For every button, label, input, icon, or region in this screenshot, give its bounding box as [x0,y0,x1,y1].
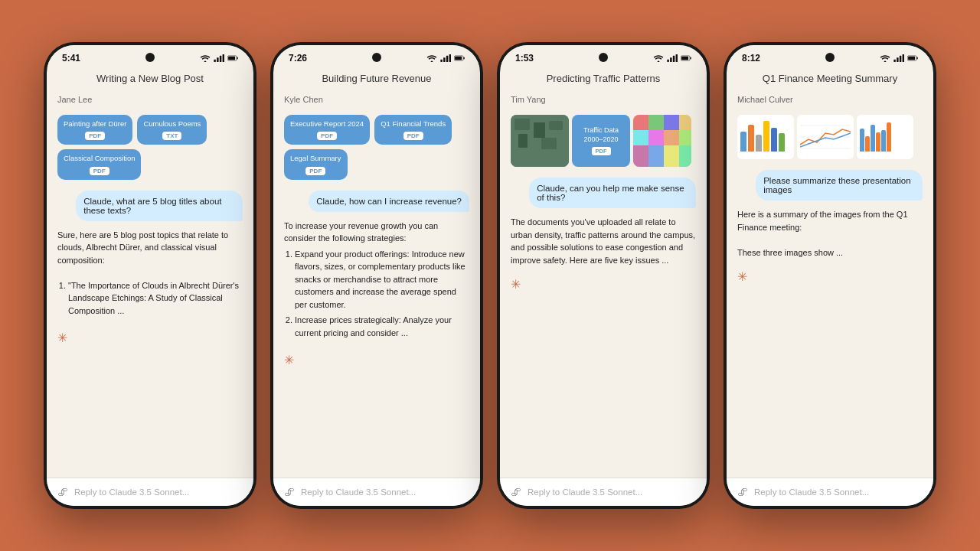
user-bubble-1: Claude, what are 5 blog titles about the… [76,191,243,221]
phone-4: 8:12 Q1 Finance Meeting Summary Michael … [724,42,936,509]
wifi-icon-1 [200,54,211,62]
status-icons-4 [880,54,918,62]
svg-rect-16 [673,56,675,62]
input-text-4[interactable]: Reply to Claude 3.5 Sonnet... [754,487,869,497]
chat-title-1: Writing a New Blog Post [57,71,243,87]
ai-response-2: To increase your revenue growth you can … [284,220,469,343]
svg-rect-2 [220,56,222,62]
svg-rect-31 [664,115,679,130]
svg-rect-23 [534,122,545,138]
svg-rect-3 [223,54,224,62]
chat-area-4: Q1 Finance Meeting Summary Michael Culve… [727,67,933,478]
battery-icon-1 [227,54,238,62]
status-icons-1 [200,54,238,62]
input-bar-3[interactable]: 🖇 Reply to Claude 3.5 Sonnet... [500,478,707,506]
user-name-3: Tim Yang [511,95,696,104]
svg-rect-6 [228,57,235,60]
signal-icon-2 [440,54,451,62]
chat-title-4: Q1 Finance Meeting Summary [737,71,923,87]
aerial-city-image [511,115,569,167]
ai-response-4: Here is a summary of the images from the… [737,208,923,259]
user-bubble-2: Claude, how can I increase revenue? [309,191,469,212]
file-card-1-0[interactable]: Painting after Dürer PDF [57,115,132,145]
file-card-2-1[interactable]: Q1 Financial Trends PDF [374,115,452,145]
traffic-data-card: Traffic Data2000–2020 PDF [572,115,630,167]
claude-icon-2: ✳ [284,353,469,367]
attach-icon-1[interactable]: 🖇 [57,486,68,498]
time-2: 7:26 [289,53,307,64]
svg-rect-12 [463,57,464,60]
svg-rect-5 [237,57,237,60]
user-bubble-3: Claude, can you help me make sense of th… [529,178,696,208]
camera-notch-2 [372,53,381,62]
chat-area-2: Building Future Revenue Kyle Chen Execut… [273,67,480,478]
phones-container: 5:41 Writing a New Blog Post Jane Lee Pa… [28,27,952,524]
signal-icon-1 [214,54,224,62]
status-bar-3: 1:53 [500,45,707,67]
svg-rect-35 [664,130,679,145]
status-bar-4: 8:12 [727,45,933,67]
input-bar-1[interactable]: 🖇 Reply to Claude 3.5 Sonnet... [47,478,253,506]
input-bar-2[interactable]: 🖇 Reply to Claude 3.5 Sonnet... [273,478,480,506]
ai-response-3: The documents you've uploaded all relate… [511,216,696,266]
phone-3: 1:53 Predicting Traffic Patterns Tim Yan… [497,42,710,509]
user-bubble-4: Please summarize these presentation imag… [756,170,923,201]
svg-rect-39 [664,145,679,167]
camera-notch-1 [145,53,155,62]
phone-1: 5:41 Writing a New Blog Post Jane Lee Pa… [44,42,256,509]
file-card-2-0[interactable]: Executive Report 2024 PDF [284,115,370,145]
battery-icon-4 [907,54,918,62]
svg-rect-46 [916,57,917,60]
signal-icon-3 [667,54,678,62]
wifi-icon-4 [880,54,890,62]
svg-rect-1 [217,57,219,62]
svg-rect-20 [681,57,688,60]
chat-title-2: Building Future Revenue [284,71,469,87]
status-bar-2: 7:26 [273,45,480,67]
file-card-1-2[interactable]: Classical Composition PDF [57,149,141,179]
svg-rect-43 [900,56,902,62]
svg-rect-33 [633,130,648,145]
claude-icon-3: ✳ [511,277,696,292]
svg-rect-17 [676,54,678,62]
svg-rect-19 [690,57,691,60]
svg-rect-41 [893,60,896,62]
svg-rect-22 [514,119,530,130]
line-chart [797,115,854,159]
svg-rect-42 [897,57,899,62]
input-text-1[interactable]: Reply to Claude 3.5 Sonnet... [74,487,189,497]
claude-icon-4: ✳ [737,269,923,284]
file-attachments-2: Executive Report 2024 PDF Q1 Financial T… [284,115,469,180]
chat-title-3: Predicting Traffic Patterns [511,71,696,87]
svg-rect-9 [446,56,449,62]
file-attachments-1: Painting after Dürer PDF Cumulous Poems … [57,115,243,180]
svg-rect-25 [518,134,528,148]
input-text-3[interactable]: Reply to Claude 3.5 Sonnet... [528,487,642,497]
svg-rect-37 [633,145,648,167]
wifi-icon-2 [426,54,437,62]
attach-icon-3[interactable]: 🖇 [511,486,521,498]
svg-rect-0 [214,60,216,62]
battery-icon-3 [681,54,691,62]
svg-rect-15 [670,57,672,62]
user-name-4: Michael Culver [737,95,923,104]
ai-response-1: Sure, here are 5 blog post topics that r… [57,229,243,321]
status-bar-1: 5:41 [47,45,253,67]
svg-rect-40 [679,145,691,167]
file-card-2-2[interactable]: Legal Summary PDF [284,149,348,179]
camera-notch-3 [599,53,608,62]
input-bar-4[interactable]: 🖇 Reply to Claude 3.5 Sonnet... [727,478,933,506]
camera-notch-4 [825,53,835,62]
attach-icon-4[interactable]: 🖇 [737,486,748,498]
svg-rect-24 [549,121,563,130]
svg-rect-34 [648,130,664,145]
file-card-1-1[interactable]: Cumulous Poems TXT [137,115,207,145]
input-text-2[interactable]: Reply to Claude 3.5 Sonnet... [301,487,416,497]
bar-chart-2 [857,115,913,159]
svg-rect-44 [903,54,904,62]
attach-icon-2[interactable]: 🖇 [284,486,295,498]
svg-rect-8 [443,57,446,62]
phone-2: 7:26 Building Future Revenue Kyle Chen E… [270,42,483,509]
user-name-2: Kyle Chen [284,95,469,104]
svg-rect-7 [440,60,443,62]
